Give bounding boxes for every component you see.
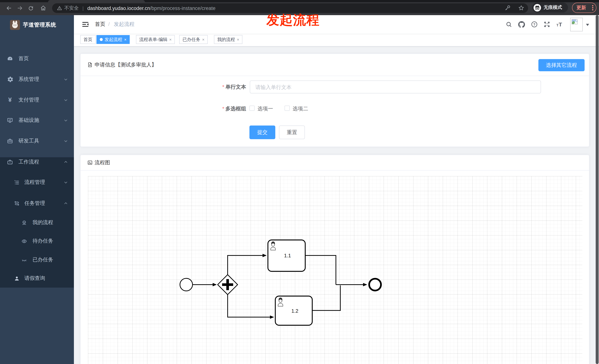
sidebar-item-todo-tasks[interactable]: 待办任务 <box>0 232 74 250</box>
eye-closed-icon <box>21 257 27 263</box>
flow-route-icon <box>14 201 20 206</box>
app-logo <box>10 20 20 30</box>
chevron-up-icon <box>63 160 68 164</box>
sidebar-collapse-icon[interactable] <box>81 20 89 28</box>
gear-icon <box>7 76 13 82</box>
apply-info-card: 申请信息【测试多审批人】 选择其它流程 *单行文本 *多选框组 选项一 选项二 … <box>80 53 589 147</box>
bpmn-diagram: 1.1 1.2 <box>88 176 582 364</box>
sidebar-item-label: 研发工具 <box>18 138 39 144</box>
sidebar-item-label: 基础设施 <box>18 117 39 124</box>
user-task-1-1[interactable]: 1.1 <box>268 240 305 271</box>
person-icon <box>14 276 20 281</box>
checkbox-group-label: *多选框组 <box>198 106 246 112</box>
checkbox-option-two[interactable] <box>284 106 290 111</box>
browser-update-button[interactable]: 更新 <box>572 2 596 13</box>
parallel-gateway[interactable] <box>218 275 238 295</box>
sidebar-item-process-management[interactable]: 流程管理 <box>0 173 74 192</box>
checkbox-option-one-label[interactable]: 选项一 <box>257 106 273 112</box>
tree-list-icon <box>14 180 20 185</box>
github-icon[interactable] <box>517 20 526 28</box>
breadcrumb-current: 发起流程 <box>114 21 134 28</box>
bpmn-canvas[interactable]: 1.1 1.2 <box>88 176 582 364</box>
close-icon[interactable]: × <box>202 37 204 42</box>
browser-home-button[interactable] <box>39 4 47 12</box>
sidebar-item-leave-query[interactable]: 请假查询 <box>0 269 74 288</box>
sidebar-item-payment[interactable]: ¥ 支付管理 <box>0 90 74 110</box>
chevron-down-icon <box>63 139 68 143</box>
document-icon <box>87 62 93 68</box>
sidebar-item-done-tasks[interactable]: 已办任务 <box>0 251 74 269</box>
end-event[interactable] <box>369 279 381 290</box>
flow-gateway-to-task1 <box>228 255 266 275</box>
sidebar-item-label: 已办任务 <box>33 257 53 263</box>
browser-menu-kebab-icon[interactable] <box>592 5 593 10</box>
avatar[interactable] <box>570 18 583 31</box>
avatar-caret-icon[interactable] <box>585 23 590 26</box>
browser-reload-button[interactable] <box>26 4 35 12</box>
picture-icon <box>87 160 93 165</box>
vertical-scrollbar[interactable] <box>596 15 599 364</box>
font-size-icon[interactable]: TT <box>555 20 564 28</box>
not-secure-warning-icon <box>57 6 62 11</box>
broken-image-icon <box>572 19 578 24</box>
bookmark-star-icon[interactable] <box>518 5 524 11</box>
close-icon[interactable]: × <box>124 37 127 42</box>
red-annotation: 发起流程 <box>266 11 320 29</box>
sidebar: 芋道管理系统 首页 系统管理 ¥ 支付管理 基础设施 <box>0 15 74 364</box>
browser-tabstrip <box>0 0 599 2</box>
checkbox-option-two-label[interactable]: 选项二 <box>293 106 308 112</box>
sidebar-item-workflow[interactable]: 工作流程 <box>0 152 74 172</box>
close-icon[interactable]: × <box>169 37 172 42</box>
tag-form-edit[interactable]: 流程表单-编辑 × <box>136 35 175 44</box>
breadcrumb-home[interactable]: 首页 <box>95 21 105 28</box>
sidebar-item-devtools[interactable]: 研发工具 <box>0 131 74 151</box>
svg-text:?: ? <box>533 23 536 26</box>
monitor-icon <box>7 117 13 123</box>
tag-label: 流程表单-编辑 <box>139 36 167 43</box>
url-host: dashboard.yudao.iocoder.cn <box>87 5 150 11</box>
apply-info-header: 申请信息【测试多审批人】 选择其它流程 <box>80 54 589 76</box>
flow-diagram-title: 流程图 <box>95 159 110 166</box>
sidebar-item-label: 支付管理 <box>18 97 39 103</box>
help-icon[interactable]: ? <box>530 20 538 28</box>
required-asterisk: * <box>222 106 224 111</box>
tag-label: 首页 <box>84 36 92 43</box>
browser-forward-button[interactable] <box>16 4 24 12</box>
sidebar-item-task-management[interactable]: 任务管理 <box>0 194 74 213</box>
browser-back-button[interactable] <box>5 4 13 12</box>
start-event[interactable] <box>180 278 193 291</box>
sidebar-item-label: 任务管理 <box>24 200 45 207</box>
tag-done-tasks[interactable]: 已办任务 × <box>179 35 208 44</box>
tag-start-process[interactable]: 发起流程 × <box>97 35 130 44</box>
sidebar-item-my-process[interactable]: 我的流程 <box>0 213 74 232</box>
single-line-text-input[interactable] <box>250 80 541 93</box>
submit-button[interactable]: 提交 <box>249 126 275 139</box>
sidebar-item-label: 我的流程 <box>33 219 53 226</box>
reset-button[interactable]: 重置 <box>279 126 305 139</box>
search-icon[interactable] <box>505 20 513 28</box>
page-viewport: 不安全 | dashboard.yudao.iocoder.cn/bpm/pro… <box>0 0 599 364</box>
sidebar-item-infrastructure[interactable]: 基础设施 <box>0 110 74 131</box>
select-other-process-button[interactable]: 选择其它流程 <box>538 59 585 71</box>
flow-gateway-to-task2 <box>228 294 273 317</box>
task-label: 1.2 <box>291 308 298 314</box>
sidebar-item-label: 首页 <box>18 55 29 62</box>
tags-view-bar: 首页 发起流程 × 流程表单-编辑 × 已办任务 × 我的流程 × <box>74 34 599 47</box>
browser-active-tab[interactable] <box>48 0 145 2</box>
tag-label: 已办任务 <box>183 36 200 43</box>
close-icon[interactable]: × <box>237 37 239 42</box>
eye-open-icon <box>21 238 27 244</box>
user-task-1-2[interactable]: 1.2 <box>275 296 312 325</box>
app-logo-row[interactable]: 芋道管理系统 <box>0 15 74 34</box>
flow-diagram-header: 流程图 <box>80 155 589 170</box>
tag-home[interactable]: 首页 <box>80 35 96 44</box>
checkbox-option-one[interactable] <box>249 106 255 111</box>
tag-label: 发起流程 <box>105 36 122 43</box>
fullscreen-icon[interactable] <box>543 20 551 28</box>
tag-my-process[interactable]: 我的流程 × <box>214 35 243 44</box>
sidebar-item-system[interactable]: 系统管理 <box>0 69 74 90</box>
active-dot <box>100 38 103 41</box>
flow-task2-to-join <box>312 285 340 311</box>
password-key-icon[interactable] <box>504 5 511 11</box>
sidebar-item-home[interactable]: 首页 <box>0 48 74 69</box>
